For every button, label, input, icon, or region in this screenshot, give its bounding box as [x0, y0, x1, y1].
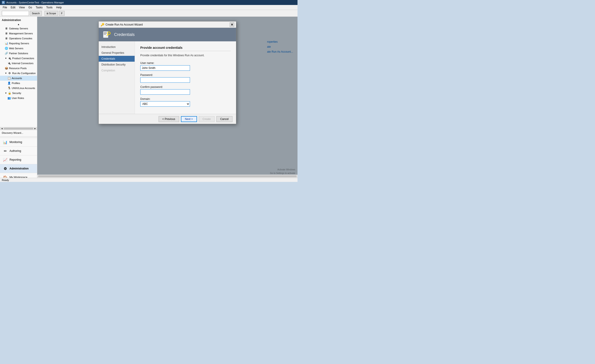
find-button[interactable]: F: [59, 11, 65, 16]
sidebar-item-run-as-configuration[interactable]: ▼ ⚙ Run As Configuration: [0, 71, 37, 76]
wizard-nav-credentials[interactable]: Credentials: [99, 56, 135, 62]
sidebar-item-web-servers[interactable]: 🌐 Web Servers: [0, 46, 37, 51]
sidebar-item-label: Run As Configuration: [12, 72, 36, 75]
wizard-dialog: 🔑 Create Run As Account Wizard ✕: [99, 21, 236, 124]
sidebar-item-internal-connectors[interactable]: 🔌 Internal Connectors: [0, 61, 37, 66]
menu-tasks[interactable]: Tasks: [34, 5, 44, 9]
search-input[interactable]: [2, 11, 29, 16]
reporting-icon: 📈: [3, 157, 8, 162]
sidebar-item-management-servers[interactable]: 🖥 Management Servers: [0, 31, 37, 36]
domain-label: Domain:: [140, 97, 231, 100]
username-form-group: User name:: [140, 61, 231, 71]
wizard-nav-distribution-security[interactable]: Distribution Security: [99, 62, 135, 68]
confirm-password-form-group: Confirm password:: [140, 86, 231, 95]
sidebar-item-product-connectors[interactable]: ▼ 🔌 Product Connectors: [0, 56, 37, 61]
tree-scroll-up-icon[interactable]: ▲: [17, 23, 20, 26]
nav-label: Authoring: [9, 149, 21, 152]
nav-reporting[interactable]: 📈 Reporting: [0, 156, 37, 164]
reporting-servers-icon: 📊: [5, 42, 8, 45]
discovery-wizard-link[interactable]: Discovery Wizard...: [0, 130, 37, 136]
menu-help[interactable]: Help: [54, 5, 64, 9]
next-button[interactable]: Next >: [181, 116, 197, 122]
sidebar-item-accounts[interactable]: 📋 Accounts: [0, 76, 37, 81]
authoring-icon: ✏: [3, 149, 8, 153]
sidebar-item-label: UNIX/Linux Accounts: [12, 87, 35, 89]
nav-label: Administration: [9, 167, 29, 170]
wizard-nav-introduction[interactable]: Introduction: [99, 44, 135, 50]
sidebar-tree: Administration ▲ 🖥 Gateway Servers 🖥 Man…: [0, 17, 37, 127]
sidebar-nav: 📊 Monitoring ✏ Authoring 📈 Reporting ⚙ A…: [0, 138, 37, 182]
expand-icon: ▼: [5, 57, 7, 60]
scroll-right-icon[interactable]: ►: [34, 128, 36, 130]
password-label: Password:: [140, 73, 231, 77]
partner-solutions-icon: 🔗: [5, 51, 8, 55]
sidebar-item-unix-linux-accounts[interactable]: 🐧 UNIX/Linux Accounts: [0, 86, 37, 91]
sidebar-item-label: Security: [12, 92, 21, 94]
scope-button[interactable]: ⊞ Scope: [44, 11, 58, 16]
menu-bar: File Edit View Go Tasks Tools Help: [0, 5, 298, 10]
window-title: Accounts - SystemCenterTest - Operations…: [6, 1, 64, 4]
password-input[interactable]: [140, 77, 190, 83]
sidebar-item-user-roles[interactable]: 👥 User Roles: [0, 96, 37, 100]
run-as-config-icon: ⚙: [8, 71, 11, 75]
svg-rect-1: [104, 32, 107, 33]
menu-view[interactable]: View: [17, 5, 27, 9]
app-icon: 🖥: [2, 1, 5, 4]
expand-icon: ▼: [5, 72, 7, 75]
sidebar-item-resource-pools[interactable]: 📦 Resource Pools: [0, 66, 37, 71]
sidebar: Administration ▲ 🖥 Gateway Servers 🖥 Man…: [0, 17, 37, 182]
menu-file[interactable]: File: [1, 5, 9, 9]
confirm-password-input[interactable]: [140, 89, 190, 95]
profiles-icon: 👤: [7, 81, 11, 85]
status-text: Ready: [2, 179, 9, 181]
tree-scrollbar[interactable]: ◄ ►: [0, 127, 37, 130]
horizontal-scrollbar[interactable]: [37, 175, 298, 178]
domain-select[interactable]: ABC WORKGROUP LOCAL: [140, 101, 190, 107]
user-roles-icon: 👥: [7, 96, 11, 100]
sidebar-divider: [0, 136, 37, 137]
gateway-servers-icon: 🖥: [5, 27, 8, 30]
sidebar-item-profiles[interactable]: 👤 Profiles: [0, 81, 37, 86]
menu-go[interactable]: Go: [27, 5, 34, 9]
wizard-close-button[interactable]: ✕: [230, 22, 234, 27]
nav-label: Monitoring: [9, 141, 22, 144]
sidebar-item-label: Resource Pools: [9, 67, 27, 70]
sidebar-item-gateway-servers[interactable]: 🖥 Gateway Servers: [0, 26, 37, 31]
sidebar-item-security[interactable]: ▼ 🔒 Security: [0, 91, 37, 96]
nav-authoring[interactable]: ✏ Authoring: [0, 147, 37, 156]
sidebar-item-reporting-servers[interactable]: 📊 Reporting Servers: [0, 41, 37, 46]
wizard-description: Provide credentials for this Windows Run…: [140, 54, 231, 57]
sidebar-item-partner-solutions[interactable]: 🔗 Partner Solutions: [0, 51, 37, 56]
nav-monitoring[interactable]: 📊 Monitoring: [0, 138, 37, 147]
create-button[interactable]: Create: [199, 116, 215, 122]
previous-button[interactable]: < Previous: [159, 116, 179, 122]
internal-connectors-icon: 🔌: [7, 61, 11, 65]
svg-rect-3: [104, 34, 106, 35]
wizard-section-title: Provide account credentials: [140, 46, 231, 50]
sidebar-item-label: Accounts: [12, 77, 22, 79]
resource-pools-icon: 📦: [5, 66, 8, 70]
sidebar-item-label: Internal Connectors: [12, 62, 33, 65]
scroll-left-icon[interactable]: ◄: [1, 128, 3, 130]
menu-edit[interactable]: Edit: [9, 5, 17, 9]
accounts-icon: 📋: [7, 76, 11, 80]
sidebar-item-label: Operations Consoles: [9, 37, 32, 40]
title-bar: 🖥 Accounts - SystemCenterTest - Operatio…: [0, 0, 298, 5]
expand-icon: ▼: [5, 92, 7, 94]
menu-tools[interactable]: Tools: [44, 5, 54, 9]
nav-label: Reporting: [9, 158, 21, 161]
username-input[interactable]: [140, 65, 190, 71]
wizard-content: Provide account credentials Provide cred…: [135, 41, 236, 114]
wizard-nav-general-properties[interactable]: General Properties: [99, 50, 135, 56]
toolbar: Search ⊞ Scope F: [0, 10, 298, 17]
status-bar: Ready: [0, 178, 298, 182]
sidebar-item-operations-consoles[interactable]: 🖥 Operations Consoles: [0, 36, 37, 41]
wizard-nav-completion[interactable]: Completion: [99, 68, 135, 73]
wizard-header: Credentials: [99, 28, 236, 41]
search-button[interactable]: Search: [30, 11, 42, 16]
domain-form-group: Domain: ABC WORKGROUP LOCAL: [140, 97, 231, 107]
section-divider: [140, 51, 231, 51]
cancel-button[interactable]: Cancel: [216, 116, 233, 122]
nav-administration[interactable]: ⚙ Administration: [0, 164, 37, 173]
modal-overlay: 🔑 Create Run As Account Wizard ✕: [37, 17, 298, 182]
